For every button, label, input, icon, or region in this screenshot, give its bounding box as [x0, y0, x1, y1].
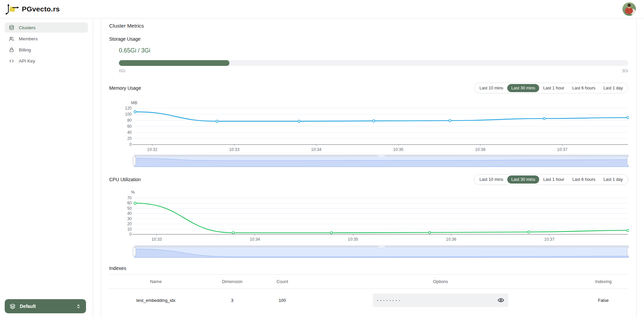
- col-indexing: Indexing: [578, 275, 628, 289]
- masked-options-value: ········: [377, 298, 402, 303]
- memory-usage-chart: MB02040608010012010:3210:3310:3410:3510:…: [109, 97, 629, 168]
- range-button-last-6-hours[interactable]: Last 6 hours: [568, 175, 600, 184]
- cpu-utilization-chart: %01020304050607010:3310:3410:3510:3610:3…: [109, 188, 629, 259]
- storage-value: 0.65Gi / 3Gi: [119, 47, 628, 54]
- x-tick-label: 10:32: [147, 147, 158, 152]
- layers-icon: [9, 303, 16, 310]
- index-options-cell: ········: [303, 289, 578, 307]
- x-tick-label: 10:34: [311, 147, 321, 152]
- y-tick-label: 80: [127, 118, 132, 123]
- brush-center-grip[interactable]: [378, 155, 385, 157]
- brush-handle-left[interactable]: [133, 157, 136, 165]
- y-tick-label: 0: [129, 232, 132, 237]
- y-tick-label: 20: [127, 222, 132, 226]
- page-title: Cluster Metrics: [109, 23, 628, 29]
- data-point: [449, 120, 451, 122]
- range-button-last-1-hour[interactable]: Last 1 hour: [539, 84, 568, 92]
- range-button-last-30-mins[interactable]: Last 30 mins: [507, 84, 539, 92]
- sidebar-item-label: Members: [19, 36, 38, 41]
- brand-name: PGvecto.rs: [22, 5, 60, 13]
- table-row: test_embedding_idx 3 100 ········: [109, 289, 628, 307]
- main-area: Cluster Metrics Storage Usage 0.65Gi / 3…: [93, 18, 644, 318]
- database-icon: [9, 25, 14, 31]
- range-button-last-1-hour[interactable]: Last 1 hour: [539, 175, 568, 184]
- index-count-cell: 100: [262, 289, 303, 307]
- storage-progress-fill: [119, 60, 229, 66]
- y-tick-label: 10: [127, 227, 132, 232]
- data-point: [428, 231, 431, 234]
- data-point: [627, 117, 629, 119]
- index-dimension-cell: 3: [203, 289, 262, 307]
- sidebar-item-billing[interactable]: Billing: [5, 45, 88, 55]
- y-tick-label: 100: [125, 112, 132, 117]
- series-line: [135, 203, 628, 233]
- cpu-utilization-label: CPU Utilization: [109, 177, 141, 182]
- x-tick-label: 10:37: [544, 237, 555, 242]
- brush-handle-right[interactable]: [627, 247, 629, 256]
- index-name-cell: test_embedding_idx: [109, 289, 203, 307]
- sidebar-item-api-key[interactable]: API Key: [5, 56, 88, 66]
- range-button-last-30-mins[interactable]: Last 30 mins: [507, 175, 539, 184]
- sidebar-item-clusters[interactable]: Clusters: [5, 23, 88, 33]
- y-tick-label: 40: [127, 211, 132, 216]
- indexes-table-header: Name Dimension Count Options Indexing: [109, 275, 628, 289]
- x-tick-label: 10:37: [557, 147, 567, 152]
- lock-icon: [9, 47, 14, 53]
- data-point: [216, 120, 218, 122]
- index-indexing-cell: False: [578, 289, 628, 307]
- sidebar-item-label: Billing: [19, 47, 31, 52]
- col-name: Name: [109, 275, 203, 289]
- indexes-title: Indexes: [109, 266, 628, 271]
- x-tick-label: 10:36: [446, 237, 457, 242]
- storage-min-label: 0Gi: [119, 69, 125, 73]
- data-point: [543, 117, 546, 120]
- range-button-last-10-mins[interactable]: Last 10 mins: [475, 175, 507, 184]
- brush-center-grip[interactable]: [378, 246, 385, 247]
- storage-usage-label: Storage Usage: [109, 36, 628, 42]
- y-tick-label: 50: [127, 206, 132, 211]
- indexes-table: Name Dimension Count Options Indexing te…: [109, 274, 628, 307]
- range-button-last-1-day[interactable]: Last 1 day: [599, 175, 627, 184]
- memory-range-selector: Last 10 minsLast 30 minsLast 1 hourLast …: [474, 83, 628, 93]
- brand[interactable]: PGvecto.rs: [5, 3, 60, 15]
- workspace-label: Default: [20, 304, 36, 309]
- sidebar-item-members[interactable]: Members: [5, 34, 88, 44]
- col-dimension: Dimension: [203, 275, 262, 289]
- memory-brush[interactable]: [133, 155, 629, 167]
- chevron-up-down-icon: [76, 304, 81, 309]
- brush-handle-right[interactable]: [627, 157, 629, 165]
- users-icon: [9, 36, 14, 42]
- memory-usage-label: Memory Usage: [109, 85, 141, 91]
- user-avatar[interactable]: [622, 2, 636, 16]
- options-password-field[interactable]: ········: [373, 293, 508, 307]
- data-point: [134, 202, 136, 204]
- y-tick-label: 20: [127, 136, 132, 141]
- x-tick-label: 10:35: [393, 147, 403, 152]
- y-tick-label: 40: [127, 130, 132, 135]
- cpu-brush[interactable]: [133, 245, 629, 258]
- eye-icon[interactable]: [498, 297, 504, 304]
- x-tick-label: 10:35: [348, 237, 358, 242]
- data-point: [232, 232, 234, 234]
- cpu-range-selector: Last 10 minsLast 30 minsLast 1 hourLast …: [474, 174, 628, 185]
- sidebar-item-label: Clusters: [19, 25, 36, 30]
- x-tick-label: 10:33: [152, 237, 162, 242]
- code-icon: [9, 58, 14, 64]
- range-button-last-1-day[interactable]: Last 1 day: [599, 84, 627, 92]
- sidebar: Clusters Members Billing API Key: [0, 18, 93, 318]
- data-point: [627, 229, 629, 232]
- data-point: [528, 231, 530, 233]
- col-count: Count: [262, 275, 303, 289]
- y-tick-label: 70: [127, 196, 132, 200]
- x-tick-label: 10:36: [475, 147, 485, 152]
- y-tick-label: 0: [129, 142, 132, 147]
- brush-handle-left[interactable]: [133, 247, 136, 256]
- data-point: [298, 120, 300, 122]
- x-tick-label: 10:34: [250, 237, 260, 242]
- x-tick-label: 10:33: [229, 147, 240, 152]
- range-button-last-10-mins[interactable]: Last 10 mins: [475, 84, 507, 92]
- range-button-last-6-hours[interactable]: Last 6 hours: [568, 84, 600, 92]
- workspace-switcher[interactable]: Default: [5, 299, 86, 313]
- data-point: [330, 232, 333, 234]
- y-tick-label: 30: [127, 216, 132, 221]
